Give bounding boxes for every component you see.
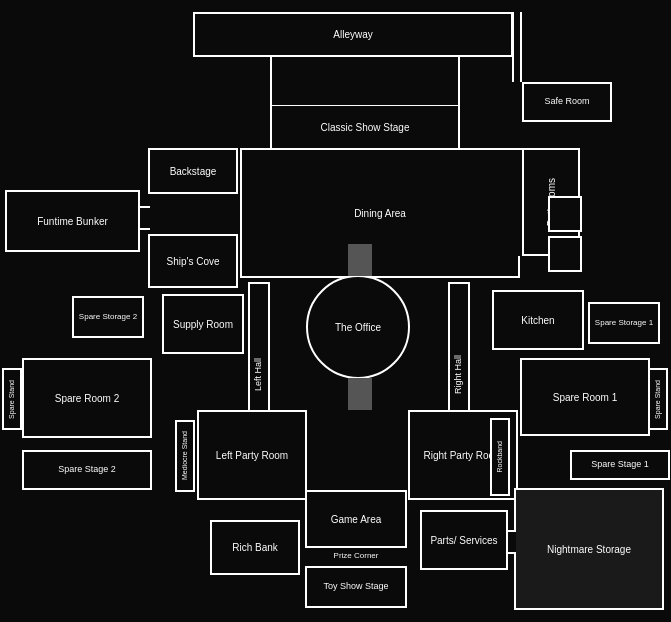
room-spare-room-2: Spare Room 2: [22, 358, 152, 438]
room-kitchen: Kitchen: [492, 290, 584, 350]
room-spare-room-1: Spare Room 1: [520, 358, 650, 436]
room-spare-storage-1: Spare Storage 1: [588, 302, 660, 344]
connector-alleyway-saferoom: [512, 12, 522, 82]
room-prize-corner-label: Prize Corner: [310, 548, 402, 562]
room-rich-bank: Rich Bank: [210, 520, 300, 575]
connector-parts-nightmare: [508, 530, 516, 554]
room-alleyway: Alleyway: [193, 12, 513, 57]
room-dining-area: Dining Area: [240, 148, 520, 278]
map-container: Alleyway Classic Show Stage Safe Room Ba…: [0, 0, 671, 622]
connector-funtime-backstage: [140, 206, 150, 230]
room-spare-stand-right: Spare Stand: [648, 368, 668, 430]
room-spare-storage-2: Spare Storage 2: [72, 296, 144, 338]
room-classic-show-stage: Classic Show Stage: [270, 104, 460, 150]
room-safe-room: Safe Room: [522, 82, 612, 122]
room-backstage: Backstage: [148, 148, 238, 194]
room-toy-show-stage: Toy Show Stage: [305, 566, 407, 608]
room-bathrooms-lower: [548, 196, 582, 232]
room-mediocre-stand: Mediocre Stand: [175, 420, 195, 492]
room-spare-stage-2: Spare Stage 2: [22, 450, 152, 490]
room-supply-room: Supply Room: [162, 294, 244, 354]
room-ships-cove: Ship's Cove: [148, 234, 238, 288]
connector-bottom: [348, 378, 372, 410]
room-spare-stand-left: Spare Stand: [2, 368, 22, 430]
room-the-office: The Office: [306, 275, 410, 379]
connector-alleyway-bottom: [270, 57, 460, 105]
room-left-party-room: Left Party Room: [197, 410, 307, 500]
room-nightmare-storage: Nightmare Storage: [514, 488, 664, 610]
room-spare-stage-1: Spare Stage 1: [570, 450, 670, 480]
room-funtime-bunker: Funtime Bunker: [5, 190, 140, 252]
room-bathrooms-lower2: [548, 236, 582, 272]
room-rockband: Rockband: [490, 418, 510, 496]
room-parts-services: Parts/ Services: [420, 510, 508, 570]
connector-top: [348, 244, 372, 276]
room-game-area: Game Area: [305, 490, 407, 548]
connector-dining-bathrooms: [512, 148, 522, 256]
